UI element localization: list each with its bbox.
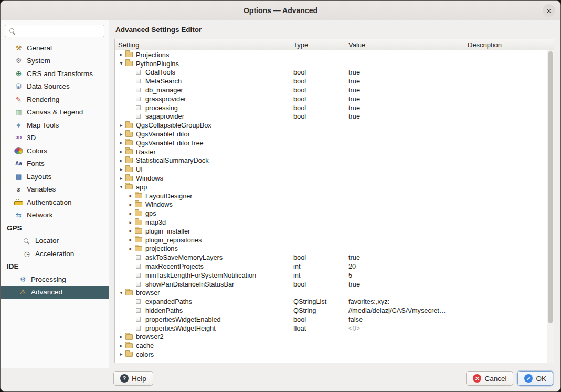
expand-arrow-icon[interactable]: ▸: [126, 220, 135, 225]
expand-arrow-icon[interactable]: ▸: [117, 123, 125, 128]
tree-row[interactable]: ▸plugin_repositories: [115, 236, 547, 245]
cancel-button[interactable]: ✕ Cancel: [466, 371, 513, 386]
sidebar-item-rendering[interactable]: ✎Rendering: [1, 93, 109, 106]
sidebar-item-data-sources[interactable]: ⛁Data Sources: [1, 80, 109, 93]
column-header-type[interactable]: Type: [290, 39, 345, 50]
search-input[interactable]: [18, 27, 101, 36]
tree-row[interactable]: ▸Projections: [115, 50, 547, 59]
expand-arrow-icon[interactable]: ▸: [117, 158, 125, 163]
column-header-value[interactable]: Value: [345, 39, 464, 50]
sidebar-item-authentication[interactable]: Authentication: [1, 196, 109, 209]
setting-cell: ▸QgsVariableEditorTree: [115, 139, 290, 147]
expand-arrow-icon[interactable]: ▸: [117, 149, 125, 154]
sidebar-item-fonts[interactable]: AaFonts: [1, 157, 109, 171]
setting-name: cache: [136, 342, 154, 349]
tree-row[interactable]: propertiesWidgetEnabledboolfalse: [115, 315, 547, 324]
sidebar-item-processing[interactable]: ⚙Processing: [1, 273, 109, 286]
tree-row[interactable]: hiddenPathsQString//media/delazj/CASA/my…: [115, 306, 547, 315]
expand-arrow-icon[interactable]: ▸: [117, 176, 125, 181]
sidebar-item-general[interactable]: ⚒General: [1, 41, 109, 55]
tree-row[interactable]: ▸Windows: [115, 200, 547, 209]
tree-row[interactable]: db_managerbooltrue: [115, 86, 547, 94]
tree-row[interactable]: sagaproviderbooltrue: [115, 112, 547, 121]
tree-row[interactable]: ▸projections: [115, 245, 547, 253]
tree-row[interactable]: ▸QgsVariableEditorTree: [115, 139, 547, 147]
tree-row[interactable]: ▾app: [115, 183, 547, 192]
expand-arrow-icon[interactable]: ▸: [126, 202, 135, 207]
tree-row[interactable]: askToSaveMemoryLayersbooltrue: [115, 253, 547, 262]
expand-arrow-icon[interactable]: ▸: [126, 211, 135, 216]
expand-arrow-icon[interactable]: ▸: [126, 193, 135, 198]
tree-rows: ▸Projections▾PythonPluginsGdalToolsboolt…: [115, 50, 547, 363]
expand-arrow-icon[interactable]: ▸: [126, 237, 135, 242]
expand-arrow-icon[interactable]: ▸: [117, 343, 125, 348]
collapse-arrow-icon[interactable]: ▾: [117, 290, 125, 295]
collapse-arrow-icon[interactable]: ▾: [117, 61, 125, 66]
expand-arrow-icon[interactable]: ▸: [126, 246, 135, 251]
sidebar-item-colors[interactable]: Colors: [1, 144, 109, 157]
sidebar-item-variables[interactable]: εVariables: [1, 183, 109, 196]
tree-row[interactable]: ▸cache: [115, 341, 547, 350]
close-button[interactable]: ×: [543, 4, 555, 17]
tree-row[interactable]: ▸QgsVariableEditor: [115, 130, 547, 139]
expand-arrow-icon[interactable]: ▸: [117, 52, 125, 57]
help-button[interactable]: ? Help: [113, 371, 153, 386]
sidebar-item-locator[interactable]: Locator: [1, 235, 109, 248]
sidebar-item-3d[interactable]: 3D3D: [1, 132, 109, 145]
expand-arrow-icon[interactable]: ▸: [117, 140, 125, 145]
tree-row[interactable]: ▸map3d: [115, 218, 547, 227]
expand-arrow-icon[interactable]: ▸: [117, 167, 125, 172]
sidebar-item-acceleration[interactable]: ◷Acceleration: [1, 247, 109, 260]
tree-row[interactable]: showPanDistanceInStatusBarbooltrue: [115, 280, 547, 289]
tree-row[interactable]: minTaskLengthForSystemNotificationint5: [115, 271, 547, 280]
sidebar-item-advanced[interactable]: ⚠Advanced: [1, 286, 109, 299]
tree-row[interactable]: ▸colors: [115, 350, 547, 359]
sidebar-item-system[interactable]: ⚙System: [1, 55, 109, 68]
sidebar-item-ide[interactable]: IDE: [1, 260, 109, 273]
tree-row[interactable]: ▸StatisticalSummaryDock: [115, 156, 547, 165]
tree-row[interactable]: ▸LayoutDesigner: [115, 192, 547, 200]
expand-arrow-icon[interactable]: ▸: [126, 228, 135, 234]
collapse-arrow-icon[interactable]: ▾: [117, 184, 125, 189]
tree-row[interactable]: ▸Windows: [115, 174, 547, 183]
tree-row[interactable]: processingbooltrue: [115, 103, 547, 112]
tree-row[interactable]: propertiesWidgetHeightfloat<0>: [115, 324, 547, 333]
column-header-setting[interactable]: Setting: [115, 39, 290, 50]
tree-row[interactable]: grassproviderbooltrue: [115, 94, 547, 103]
tree-row[interactable]: expandedPathsQStringListfavorites:,xyz:: [115, 297, 547, 306]
expand-arrow-icon[interactable]: ▸: [117, 352, 125, 357]
sidebar-item-map-tools[interactable]: ⌖Map Tools: [1, 119, 109, 132]
folder-icon: [135, 237, 142, 242]
tree-row[interactable]: MetaSearchbooltrue: [115, 77, 547, 86]
tree-row[interactable]: maxRecentProjectsint20: [115, 262, 547, 271]
tree-row[interactable]: ▸plugin_installer: [115, 227, 547, 236]
tree-row[interactable]: ▾PythonPlugins: [115, 59, 547, 68]
search-icon: [8, 27, 16, 35]
scrollbar-thumb[interactable]: [548, 51, 553, 323]
setting-cell: ▸map3d: [115, 218, 290, 227]
sidebar-item-crs-and-transforms[interactable]: ⊕CRS and Transforms: [1, 67, 109, 80]
tree-row[interactable]: ▸QgsCollapsibleGroupBox: [115, 121, 547, 130]
setting-name: propertiesWidgetHeight: [145, 324, 216, 332]
sidebar-item-label: Layouts: [27, 173, 51, 181]
sidebar-item-network[interactable]: ⇆Network: [1, 209, 109, 222]
advanced-icon: ⚠: [18, 288, 27, 296]
search-box[interactable]: [5, 25, 104, 37]
tree-row[interactable]: ▸browser2: [115, 333, 547, 342]
expand-arrow-icon[interactable]: ▸: [117, 334, 125, 340]
titlebar[interactable]: Options — Advanced ×: [1, 1, 560, 20]
vertical-scrollbar[interactable]: [547, 50, 554, 363]
expand-arrow-icon[interactable]: ▸: [117, 132, 125, 137]
sidebar-item-gps[interactable]: GPS: [1, 221, 109, 235]
sidebar-item-layouts[interactable]: ▤Layouts: [1, 170, 109, 183]
tree-row[interactable]: ▾browser: [115, 289, 547, 298]
tree-row[interactable]: ▸UI: [115, 165, 547, 174]
folder-icon: [125, 123, 133, 128]
tree-row[interactable]: GdalToolsbooltrue: [115, 68, 547, 77]
sidebar-item-canvas-legend[interactable]: ▦Canvas & Legend: [1, 106, 109, 119]
type-cell: [290, 341, 345, 350]
tree-row[interactable]: ▸Raster: [115, 147, 547, 156]
column-header-description[interactable]: Description: [464, 39, 554, 50]
tree-row[interactable]: ▸gps: [115, 209, 547, 218]
ok-button[interactable]: ✓ OK: [517, 371, 553, 386]
